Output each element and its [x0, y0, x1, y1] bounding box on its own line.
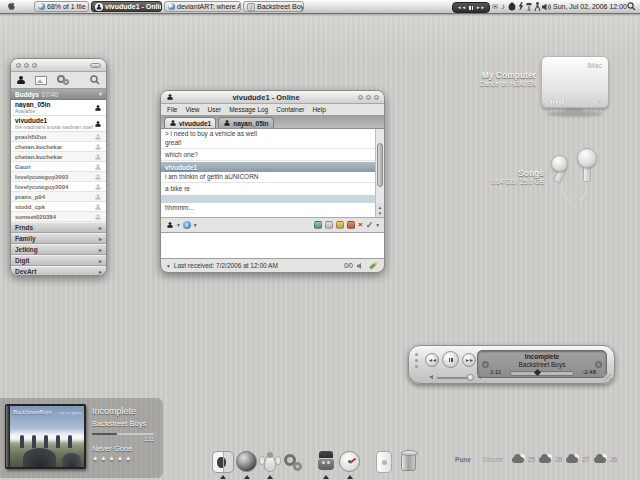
buddy-menu-icon[interactable]	[167, 222, 173, 228]
dock-browser-globe-icon[interactable]	[236, 451, 258, 473]
buddy-list-titlebar[interactable]	[11, 59, 106, 72]
taskbar-item-chat[interactable]: vivudude1 - Online	[91, 1, 162, 12]
chat-message: a bike re	[161, 184, 384, 193]
dock-utilities-gears-icon[interactable]	[282, 451, 304, 473]
chat-toolbar: ▾ i ▾ × ✓ ▾	[161, 218, 384, 232]
menu-user[interactable]: User	[207, 106, 221, 113]
tab-nayan-05in[interactable]: nayan_05in	[218, 117, 273, 128]
phone-icon[interactable]	[525, 2, 533, 11]
spotlight-search-icon[interactable]	[627, 2, 636, 11]
seek-thumb[interactable]	[534, 369, 541, 376]
next-track-icon[interactable]: ►►	[476, 5, 485, 10]
power-bolt-icon[interactable]	[517, 2, 524, 11]
pause-button[interactable]	[442, 351, 459, 368]
pause-icon[interactable]	[469, 6, 473, 10]
buddy-row-online[interactable]: nayan_05in Available	[11, 100, 106, 116]
buddy-group-devart[interactable]: DevArt▸	[11, 266, 106, 276]
scrollbar-arrows[interactable]: ▴ ▾	[375, 203, 384, 217]
volume-icon[interactable]	[542, 2, 551, 11]
volume-knob[interactable]	[467, 374, 474, 381]
settings-gears-icon[interactable]	[57, 75, 69, 85]
rewind-button[interactable]: ◄◄	[425, 353, 439, 367]
menu-clock[interactable]: Sun, Jul 02, 2006 12:00	[553, 3, 627, 10]
menu-help[interactable]: Help	[312, 106, 325, 113]
collapse-pill[interactable]	[90, 63, 101, 68]
buddy-row[interactable]: prash5i2us	[11, 132, 106, 142]
osd-progress-bar	[92, 433, 154, 435]
buddy-row[interactable]: Gauri	[11, 162, 106, 172]
search-icon[interactable]	[90, 75, 100, 85]
close-icon[interactable]	[358, 95, 363, 100]
text-color-icon[interactable]	[347, 221, 355, 229]
mute-speaker-icon[interactable]	[357, 262, 365, 270]
minimize-icon[interactable]	[24, 63, 29, 68]
buddy-row[interactable]: prans_p04	[11, 192, 106, 202]
buddy-row[interactable]: studd_cpk	[11, 202, 106, 212]
buddy-row[interactable]: chetan.kuchekar	[11, 142, 106, 152]
chevron-down-icon[interactable]: ▾	[194, 222, 197, 228]
insert-image-icon[interactable]	[314, 221, 322, 229]
buddy-group-jetking[interactable]: Jetking▸	[11, 244, 106, 255]
seek-bar[interactable]	[510, 371, 574, 376]
dock-trash-icon[interactable]	[398, 451, 420, 473]
message-input[interactable]	[161, 232, 384, 259]
buddy-icon[interactable]	[17, 76, 25, 84]
earbuds-icon[interactable]	[550, 145, 602, 203]
volume-slider[interactable]	[429, 374, 483, 381]
person-icon[interactable]	[534, 2, 541, 11]
chevron-down-icon[interactable]: ▾	[167, 263, 170, 269]
music-note-icon[interactable]: ♪	[500, 2, 506, 11]
scrollbar-thumb[interactable]	[377, 143, 383, 187]
previous-track-icon[interactable]: ◄◄	[457, 5, 466, 10]
buddy-group-digit[interactable]: Digit▸	[11, 255, 106, 266]
buddy-offline-icon	[95, 164, 101, 170]
apple-menu-icon[interactable]	[7, 2, 16, 11]
dock-cooker-pot-icon[interactable]	[315, 451, 337, 473]
weather-cloud-icon	[539, 454, 553, 464]
menu-container[interactable]: Container	[276, 106, 304, 113]
dock-gauge-clock-icon[interactable]	[339, 451, 361, 473]
menu-message-log[interactable]: Message Log	[229, 106, 268, 113]
font-icon[interactable]	[336, 221, 344, 229]
block-icon[interactable]: ×	[358, 221, 363, 229]
chat-titlebar[interactable]: vivudude1 - Online	[161, 91, 384, 104]
menu-view[interactable]: View	[185, 106, 199, 113]
taskbar-item-music[interactable]: ♪ Backstreet Boys - Inc...	[243, 1, 304, 12]
chevron-down-icon[interactable]: ▾	[177, 222, 180, 228]
dock-finder-icon[interactable]	[212, 451, 234, 473]
buddy-group-header[interactable]: Buddys 07/40 ▾	[11, 88, 106, 100]
taskbar-item-deviantart[interactable]: deviantART: where A...	[164, 1, 241, 12]
menu-file[interactable]: File	[167, 106, 177, 113]
photo-icon[interactable]	[35, 76, 47, 85]
fast-forward-button[interactable]: ►►	[462, 353, 476, 367]
buddy-row[interactable]: chetan.kuchekar	[11, 152, 106, 162]
send-check-icon[interactable]: ✓	[366, 221, 374, 230]
dock-penguin-messenger-icon[interactable]	[259, 451, 281, 473]
buddy-group-family[interactable]: Family▸	[11, 233, 106, 244]
zoom-icon[interactable]	[374, 95, 379, 100]
my-computer-label[interactable]: My Computer Dance on HEAVEN	[452, 70, 536, 87]
edit-pencil-icon[interactable]	[369, 261, 378, 269]
resize-grip[interactable]	[604, 373, 611, 380]
minimize-icon[interactable]	[366, 95, 371, 100]
smiley-icon[interactable]	[325, 221, 333, 229]
scroll-down-icon[interactable]: ▾	[379, 210, 382, 216]
buddy-row-online[interactable]: vivudude1 the madmans a total madman now…	[11, 116, 106, 132]
tab-vivudude1[interactable]: vivudude1	[164, 117, 216, 128]
chevron-down-icon[interactable]: ▾	[376, 222, 379, 228]
player-window-dots[interactable]	[415, 353, 418, 368]
dock-ipod-icon[interactable]	[373, 451, 395, 473]
close-icon[interactable]	[16, 63, 21, 68]
buddy-row[interactable]: sumeet020384	[11, 212, 106, 222]
buddy-row[interactable]: lovelycuteguy2003	[11, 172, 106, 182]
zoom-icon[interactable]	[32, 63, 37, 68]
info-icon[interactable]: i	[183, 221, 191, 229]
buddy-row[interactable]: lovelycuteguy2004	[11, 182, 106, 192]
my-computer-icon[interactable]: iMac	[541, 56, 609, 108]
amarok-tray-icon[interactable]	[508, 2, 516, 11]
taskbar-item-download[interactable]: 68% of 1 file - Downl...	[34, 1, 89, 12]
firefox-icon	[168, 3, 175, 10]
mail-icon[interactable]: ✉	[491, 2, 499, 11]
buddy-group-frnds[interactable]: Frnds▸	[11, 222, 106, 233]
songs-label[interactable]: Songs 9.64 GB / 25.0 GB	[462, 168, 544, 185]
